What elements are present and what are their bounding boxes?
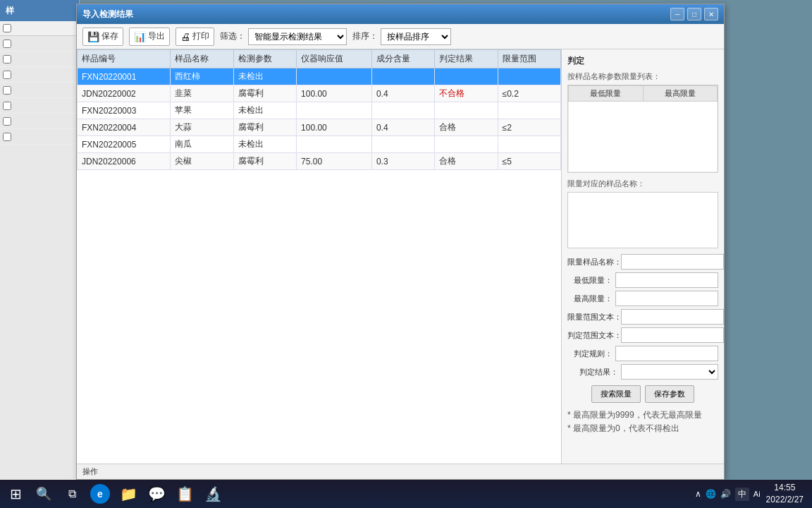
table-row[interactable]: FXN20220004大蒜腐霉利100.000.4合格≤2 [78, 119, 561, 136]
window-content: 样品编号样品名称检测参数仪器响应值成分含量判定结果限量范围 FXN2022000… [77, 49, 724, 464]
judge-result-select[interactable] [621, 364, 718, 380]
note-2: * 最高限量为0，代表不得检出 [567, 422, 718, 435]
sidebar-item[interactable] [0, 52, 79, 67]
sidebar-item[interactable] [0, 67, 79, 83]
form-row-limit-range-text: 限量范围文本： [567, 309, 718, 325]
close-button[interactable]: ✕ [704, 8, 718, 20]
sample-name-area[interactable] [567, 192, 718, 248]
sidebar-row-checkbox[interactable] [3, 40, 11, 48]
table-cell: ≤2 [498, 119, 560, 136]
table-col-header: 判定结果 [435, 50, 498, 68]
table-area[interactable]: 样品编号样品名称检测参数仪器响应值成分含量判定结果限量范围 FXN2022000… [77, 49, 562, 464]
judge-range-text-input[interactable] [621, 327, 724, 343]
table-cell: FXN20220005 [78, 136, 171, 153]
limit-table-body [569, 102, 718, 172]
table-row[interactable]: JDN20220002韭菜腐霉利100.000.4不合格≤0.2 [78, 85, 561, 102]
clock-time: 14:55 [766, 482, 804, 494]
limit-table: 最低限量 最高限量 [568, 85, 718, 172]
limit-table-empty-row [569, 102, 718, 172]
sidebar-row-checkbox[interactable] [3, 133, 11, 141]
taskbar-left: ⊞ 🔍 ⧉ e 📁 💬 📋 🔬 [3, 481, 226, 507]
sidebar-item[interactable] [0, 83, 79, 98]
edge-button[interactable]: e [87, 481, 113, 507]
ai-label[interactable]: Ai [753, 490, 761, 498]
print-label: 打印 [192, 30, 209, 42]
limit-range-text-input[interactable] [621, 309, 724, 325]
export-button[interactable]: 📊 导出 [129, 28, 170, 46]
table-col-header: 仪器响应值 [297, 50, 372, 68]
sidebar-rows [0, 36, 79, 145]
table-cell [371, 68, 434, 85]
app5-button[interactable]: 📋 [172, 481, 197, 507]
sys-tray-arrow[interactable]: ∧ [695, 489, 701, 499]
search-limit-button[interactable]: 搜索限量 [591, 385, 641, 403]
sort-select[interactable]: 按样品排序 按结果排序 按日期排序 [381, 28, 451, 45]
window-titlebar: 导入检测结果 ─ □ ✕ [77, 4, 724, 24]
sidebar-item[interactable] [0, 114, 79, 129]
table-cell: JDN20220006 [78, 153, 171, 170]
sidebar-toolbar [0, 21, 79, 36]
sidebar-row-checkbox[interactable] [3, 86, 11, 95]
sidebar-select-all[interactable] [3, 24, 11, 32]
save-params-button[interactable]: 保存参数 [645, 385, 694, 403]
table-cell: FXN20220004 [78, 119, 171, 136]
panel-buttons: 搜索限量 保存参数 [567, 385, 718, 403]
max-limit-input[interactable] [615, 291, 718, 306]
sidebar-title: 样 [6, 5, 14, 17]
min-limit-input[interactable] [615, 272, 718, 288]
max-limit-label: 最高限量： [567, 294, 613, 304]
table-col-header: 成分含量 [371, 50, 434, 68]
panel-notes: * 最高限量为9999，代表无最高限量 * 最高限量为0，代表不得检出 [567, 409, 718, 435]
sidebar-row-checkbox[interactable] [3, 102, 11, 110]
ime-lang[interactable]: 中 [735, 488, 749, 501]
filter-select[interactable]: 智能显示检测结果 全部显示 只显示合格 只显示不合格 [248, 28, 347, 45]
wechat-button[interactable]: 💬 [144, 481, 169, 507]
table-col-header: 检测参数 [233, 50, 296, 68]
table-row[interactable]: FXN20220001西红柿未检出 [78, 68, 561, 85]
maximize-button[interactable]: □ [687, 8, 701, 20]
table-cell: 75.00 [297, 153, 372, 170]
limit-sample-name-input[interactable] [621, 254, 724, 270]
app5-icon: 📋 [176, 485, 194, 502]
explorer-button[interactable]: 📁 [116, 481, 141, 507]
table-cell [371, 136, 434, 153]
sort-section: 排序： 按样品排序 按结果排序 按日期排序 [352, 28, 451, 45]
save-button[interactable]: 💾 保存 [82, 28, 123, 46]
table-cell: FXN20220001 [78, 68, 171, 85]
limit-table-header-row: 最低限量 最高限量 [569, 86, 718, 102]
edge-icon: e [90, 484, 110, 504]
taskbar: ⊞ 🔍 ⧉ e 📁 💬 📋 🔬 ∧ 🌐 🔊 中 Ai [0, 480, 812, 508]
right-panel: 判定 按样品名称参数限量列表： 最低限量 最高限量 限量对应的样品名称： [562, 49, 724, 464]
save-icon: 💾 [87, 31, 99, 42]
sidebar-row-checkbox[interactable] [3, 55, 11, 64]
search-taskbar-button[interactable]: 🔍 [31, 481, 56, 507]
start-button[interactable]: ⊞ [3, 481, 28, 507]
app6-icon: 🔬 [204, 485, 222, 502]
table-row[interactable]: FXN20220005南瓜未检出 [78, 136, 561, 153]
sidebar-row-checkbox[interactable] [3, 71, 11, 79]
table-row[interactable]: JDN20220006尖椒腐霉利75.000.3合格≤5 [78, 153, 561, 170]
window-toolbar: 💾 保存 📊 导出 🖨 打印 筛选： 智能显示检测结果 全部显示 只显示合格 只… [77, 24, 724, 49]
table-cell: 苹果 [171, 102, 233, 119]
status-bar: 操作 [77, 464, 724, 479]
table-cell [498, 102, 560, 119]
print-button[interactable]: 🖨 打印 [176, 28, 214, 46]
table-body: FXN20220001西红柿未检出JDN20220002韭菜腐霉利100.000… [78, 68, 561, 170]
print-icon: 🖨 [180, 31, 190, 42]
volume-icon: 🔊 [720, 489, 731, 499]
sidebar-item[interactable] [0, 98, 79, 114]
task-view-button[interactable]: ⧉ [59, 481, 85, 507]
app6-button[interactable]: 🔬 [200, 481, 226, 507]
form-row-min-limit: 最低限量： [567, 272, 718, 288]
judge-rule-input[interactable] [615, 346, 718, 361]
sidebar-row-checkbox[interactable] [3, 117, 11, 126]
explorer-icon: 📁 [120, 485, 137, 502]
taskbar-sys-tray: ∧ 🌐 🔊 中 Ai [695, 488, 761, 501]
limit-col-max: 最高限量 [643, 86, 718, 102]
sidebar-item[interactable] [0, 36, 79, 52]
table-cell: 大蒜 [171, 119, 233, 136]
taskbar-clock[interactable]: 14:55 2022/2/27 [766, 482, 804, 506]
sidebar-item[interactable] [0, 129, 79, 145]
minimize-button[interactable]: ─ [670, 8, 684, 20]
table-row[interactable]: FXN20220003苹果未检出 [78, 102, 561, 119]
